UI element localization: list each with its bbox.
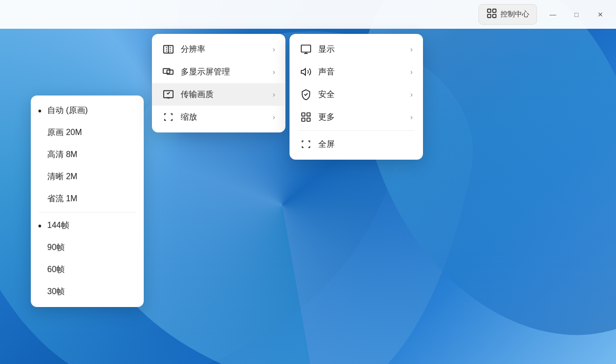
- sound-label: 声音: [318, 67, 404, 78]
- menu-item-security[interactable]: 安全 ›: [290, 83, 423, 106]
- titlebar: 控制中心 — □ ✕: [0, 0, 616, 29]
- menu-item-zoom[interactable]: 缩放 ›: [152, 106, 285, 128]
- quality-option-hd-8m[interactable]: 高清 8M: [31, 144, 144, 166]
- menu-middle: 分辨率 › 多显示屏管理 › 传: [152, 34, 285, 132]
- menu-item-quality[interactable]: 传输画质 ›: [152, 83, 285, 106]
- close-button[interactable]: ✕: [588, 5, 612, 24]
- separator-right: [298, 130, 415, 131]
- multi-display-label: 多显示屏管理: [181, 67, 266, 78]
- zoom-label: 缩放: [181, 112, 266, 123]
- fps-option-144[interactable]: 144帧: [31, 215, 144, 237]
- menu-item-display[interactable]: 显示 ›: [290, 38, 423, 61]
- security-label: 安全: [318, 89, 404, 100]
- quality-option-auto[interactable]: 自动 (原画): [31, 100, 144, 122]
- menu-item-more[interactable]: 更多 ›: [290, 106, 423, 128]
- submenu-quality: 自动 (原画) 原画 20M 高清 8M 清晰 2M 省流 1M 144帧 90…: [31, 95, 144, 307]
- svg-rect-0: [488, 9, 491, 12]
- svg-marker-14: [301, 69, 305, 75]
- fps-option-30[interactable]: 30帧: [31, 281, 144, 303]
- control-center-icon: [486, 8, 497, 21]
- svg-rect-6: [163, 69, 170, 73]
- svg-rect-3: [493, 14, 496, 17]
- quality-label: 传输画质: [181, 89, 266, 100]
- menu-item-multi-display[interactable]: 多显示屏管理 ›: [152, 61, 285, 83]
- quality-option-original-20m[interactable]: 原画 20M: [31, 122, 144, 144]
- quality-option-save-1m[interactable]: 省流 1M: [31, 188, 144, 210]
- window-controls: — □ ✕: [541, 5, 612, 24]
- zoom-icon: [162, 111, 175, 123]
- svg-rect-17: [302, 118, 305, 121]
- multi-display-arrow: ›: [273, 68, 275, 76]
- fullscreen-label: 全屏: [318, 139, 413, 150]
- svg-rect-15: [302, 113, 305, 116]
- quality-option-clear-2m[interactable]: 清晰 2M: [31, 166, 144, 188]
- svg-rect-1: [493, 9, 496, 12]
- menu-item-fullscreen[interactable]: 全屏: [290, 133, 423, 156]
- more-icon: [300, 111, 312, 123]
- svg-rect-8: [164, 91, 173, 98]
- svg-rect-18: [307, 118, 310, 121]
- display-label: 显示: [318, 44, 404, 55]
- zoom-arrow: ›: [273, 113, 275, 121]
- menus-wrapper: 自动 (原画) 原画 20M 高清 8M 清晰 2M 省流 1M 144帧 90…: [31, 34, 423, 307]
- display-icon: [300, 43, 312, 55]
- maximize-button[interactable]: □: [565, 5, 588, 24]
- fullscreen-icon: [300, 138, 312, 150]
- separator-1: [39, 212, 136, 213]
- control-center-label: 控制中心: [500, 10, 529, 19]
- menu-item-sound[interactable]: 声音 ›: [290, 61, 423, 83]
- quality-arrow: ›: [273, 90, 275, 99]
- menu-right: 显示 › 声音 › 安全 ›: [290, 34, 423, 160]
- multi-display-icon: [162, 66, 175, 78]
- security-icon: [300, 88, 312, 101]
- fps-option-90[interactable]: 90帧: [31, 237, 144, 259]
- control-center-button[interactable]: 控制中心: [478, 4, 537, 25]
- svg-rect-11: [301, 45, 311, 52]
- more-label: 更多: [318, 112, 404, 123]
- resolution-icon: [162, 43, 175, 55]
- sound-arrow: ›: [410, 68, 413, 76]
- svg-rect-16: [307, 113, 310, 116]
- more-arrow: ›: [410, 113, 413, 121]
- sound-icon: [300, 66, 312, 78]
- security-arrow: ›: [410, 90, 413, 99]
- display-arrow: ›: [410, 45, 413, 53]
- fps-option-60[interactable]: 60帧: [31, 259, 144, 281]
- resolution-label: 分辨率: [181, 44, 266, 55]
- quality-icon: [162, 88, 175, 101]
- minimize-button[interactable]: —: [541, 5, 565, 24]
- menu-item-resolution[interactable]: 分辨率 ›: [152, 38, 285, 61]
- svg-rect-2: [488, 14, 491, 17]
- resolution-arrow: ›: [273, 45, 275, 53]
